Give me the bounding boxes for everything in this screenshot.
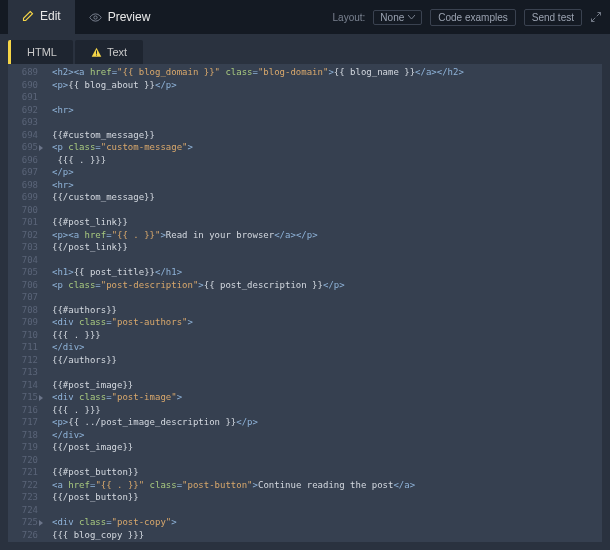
html-subtab[interactable]: HTML <box>8 40 73 64</box>
svg-point-0 <box>94 15 97 18</box>
text-subtab[interactable]: Text <box>75 40 143 64</box>
layout-label: Layout: <box>333 12 366 23</box>
pencil-icon <box>22 10 34 22</box>
chevron-down-icon <box>408 15 415 20</box>
topbar-right: Layout: None Code examples Send test <box>333 9 602 26</box>
layout-value: None <box>380 12 404 23</box>
eye-icon <box>89 11 102 24</box>
layout-select[interactable]: None <box>373 10 422 25</box>
preview-tab[interactable]: Preview <box>75 0 165 34</box>
svg-rect-1 <box>96 50 97 53</box>
code-examples-button[interactable]: Code examples <box>430 9 515 26</box>
code-content[interactable]: <h2><a href="{{ blog_domain }}" class="b… <box>44 64 602 542</box>
preview-tab-label: Preview <box>108 10 151 24</box>
code-editor[interactable]: 6896906916926936946956966976986997007017… <box>8 64 602 542</box>
content-area: HTML Text 689690691692693694695696697698… <box>0 34 610 550</box>
topbar: Edit Preview Layout: None Code examples … <box>0 0 610 34</box>
edit-tab-label: Edit <box>40 9 61 23</box>
expand-icon[interactable] <box>590 11 602 23</box>
warning-icon <box>91 47 102 58</box>
send-test-button[interactable]: Send test <box>524 9 582 26</box>
line-gutter: 6896906916926936946956966976986997007017… <box>8 64 44 542</box>
subtabs: HTML Text <box>0 34 610 64</box>
svg-rect-2 <box>96 54 97 55</box>
text-subtab-label: Text <box>107 46 127 58</box>
html-subtab-label: HTML <box>27 46 57 58</box>
edit-tab[interactable]: Edit <box>8 0 75 34</box>
